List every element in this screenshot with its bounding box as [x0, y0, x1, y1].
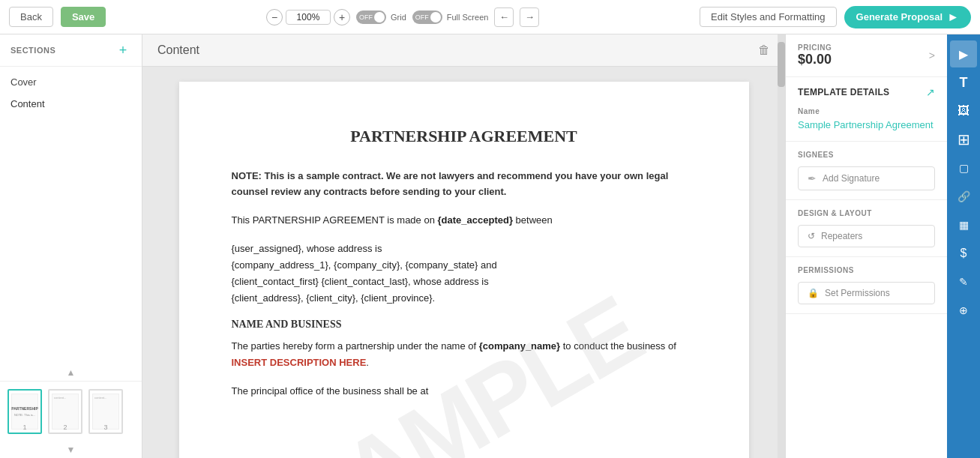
- content-section-title: Content: [157, 43, 199, 57]
- sections-title: SECTIONS: [10, 46, 55, 55]
- scrollbar-thumb: [778, 42, 785, 87]
- zoom-in-button[interactable]: +: [334, 9, 350, 25]
- paragraph1-suffix: between: [513, 214, 553, 226]
- zoom-value[interactable]: 100%: [286, 10, 331, 25]
- page-thumb-3[interactable]: content... 3: [88, 389, 123, 434]
- signees-section: SIGNEES ✒ Add Signature: [786, 142, 947, 200]
- add-section-button[interactable]: +: [115, 42, 131, 58]
- shape-icon[interactable]: ▢: [950, 154, 977, 181]
- fullscreen-toggle-label: OFF: [412, 13, 429, 21]
- thumb-num-3: 3: [103, 424, 107, 431]
- section-list: Cover Content: [0, 67, 142, 364]
- repeaters-label: Repeaters: [821, 231, 862, 241]
- doc-paragraph-2: {user_assigned}, whose address is {compa…: [232, 241, 697, 307]
- name-field-label: Name: [798, 107, 935, 115]
- grid-label: Grid: [391, 13, 406, 22]
- doc-paragraph-4: The principal office of the business sha…: [232, 383, 697, 400]
- grid-toggle[interactable]: OFF: [356, 10, 386, 24]
- grid-toggle-label: OFF: [356, 13, 373, 21]
- sidebar-item-content[interactable]: Content: [0, 93, 142, 115]
- page-thumbnails: PARTNERSHIP NOTE: This is... 1 content..…: [0, 381, 142, 442]
- add-signature-button[interactable]: ✒ Add Signature: [798, 166, 935, 190]
- pencil-icon[interactable]: ✎: [950, 268, 977, 295]
- permissions-section: PERMISSIONS 🔒 Set Permissions: [786, 257, 947, 314]
- generate-arrow-icon: ►: [947, 10, 959, 24]
- p3-prefix: The parties hereby form a partnership un…: [232, 340, 479, 352]
- left-sidebar: SECTIONS + Cover Content ▲ PARTNERSHIP N…: [0, 34, 142, 458]
- repeaters-button[interactable]: ↺ Repeaters: [798, 225, 935, 247]
- template-details-title: TEMPLATE DETAILS: [798, 87, 889, 97]
- fullscreen-toggle[interactable]: OFF: [412, 10, 442, 24]
- doc-heading-2: NAME AND BUSINESS: [232, 319, 697, 331]
- plus-box-icon[interactable]: ⊞: [950, 126, 977, 153]
- paragraph1-text: This PARTNERSHIP AGREEMENT is made on: [232, 214, 438, 226]
- page-thumb-1[interactable]: PARTNERSHIP NOTE: This is... 1: [7, 389, 42, 434]
- fullscreen-toggle-group: OFF Full Screen: [412, 10, 489, 24]
- scroll-up[interactable]: ▲: [0, 364, 142, 381]
- permissions-label: PERMISSIONS: [798, 266, 935, 274]
- p3-suffix: to conduct the business of: [560, 340, 676, 352]
- signees-label: SIGNEES: [798, 151, 935, 159]
- scroll-down[interactable]: ▼: [0, 442, 142, 458]
- arrow-icon[interactable]: ▶: [950, 40, 977, 67]
- design-layout-section: DESIGN & LAYOUT ↺ Repeaters: [786, 200, 947, 257]
- date-var: {date_accepted}: [438, 214, 513, 226]
- sidebar-item-cover[interactable]: Cover: [0, 71, 142, 93]
- fullscreen-label: Full Screen: [447, 13, 489, 22]
- link-icon[interactable]: 🔗: [950, 183, 977, 210]
- repeat-icon: ↺: [808, 231, 815, 241]
- grid-icon[interactable]: ▦: [950, 211, 977, 238]
- doc-paragraph-3: The parties hereby form a partnership un…: [232, 338, 697, 371]
- center-scrollbar[interactable]: [778, 34, 785, 458]
- dollar-icon[interactable]: $: [950, 240, 977, 267]
- external-link-icon[interactable]: ↗: [926, 86, 935, 98]
- right-icon-panel: ▶ T 🖼 ⊞ ▢ 🔗 ▦ $ ✎ ⊕: [947, 34, 980, 458]
- pricing-section[interactable]: PRICING $0.00 >: [786, 34, 947, 77]
- grid-toggle-knob: [374, 12, 385, 22]
- grid-toggle-group: OFF Grid: [356, 10, 406, 24]
- pricing-info: PRICING $0.00: [798, 43, 832, 67]
- zoom-control: − 100% +: [266, 9, 350, 25]
- template-details-section: TEMPLATE DETAILS ↗ Name Sample Partnersh…: [786, 77, 947, 142]
- doc-area: SAMPLE PARTNERSHIP AGREEMENT NOTE: This …: [142, 67, 785, 458]
- add-signature-label: Add Signature: [823, 173, 880, 184]
- center-area[interactable]: Content 🗑 SAMPLE PARTNERSHIP AGREEMENT N…: [142, 34, 785, 458]
- template-details-header: TEMPLATE DETAILS ↗: [798, 86, 935, 98]
- right-panel-main: PRICING $0.00 > TEMPLATE DETAILS ↗ Name …: [786, 34, 947, 458]
- design-layout-label: DESIGN & LAYOUT: [798, 209, 935, 217]
- sections-header: SECTIONS +: [0, 34, 142, 67]
- zoom-out-button[interactable]: −: [266, 9, 283, 25]
- text-icon[interactable]: T: [950, 69, 977, 96]
- generate-proposal-button[interactable]: Generate Proposal ►: [844, 6, 971, 28]
- doc-note: NOTE: This is a sample contract. We are …: [232, 169, 697, 200]
- lock-icon: 🔒: [808, 288, 819, 298]
- generate-label: Generate Proposal: [856, 11, 943, 22]
- pricing-chevron-icon: >: [929, 49, 935, 61]
- pricing-value: $0.00: [798, 52, 832, 67]
- fullscreen-toggle-knob: [430, 12, 441, 22]
- p3-period: .: [366, 357, 369, 368]
- save-button[interactable]: Save: [61, 7, 106, 27]
- resize-icon[interactable]: ⊕: [950, 297, 977, 324]
- edit-styles-button[interactable]: Edit Styles and Formatting: [700, 7, 836, 27]
- signature-icon: ✒: [808, 172, 817, 184]
- main-layout: SECTIONS + Cover Content ▲ PARTNERSHIP N…: [0, 34, 980, 458]
- toolbar: Back Save − 100% + OFF Grid OFF Full Scr…: [0, 0, 980, 34]
- page-thumb-2[interactable]: content... 2: [48, 389, 82, 434]
- image-icon[interactable]: 🖼: [950, 97, 977, 124]
- nav-prev-button[interactable]: ←: [494, 7, 514, 27]
- nav-next-button[interactable]: →: [520, 7, 539, 27]
- name-field-value: Sample Partnership Agreement: [798, 118, 935, 132]
- toolbar-center: − 100% + OFF Grid OFF Full Screen ← →: [113, 7, 692, 27]
- doc-page: SAMPLE PARTNERSHIP AGREEMENT NOTE: This …: [179, 82, 749, 458]
- set-permissions-label: Set Permissions: [825, 288, 890, 298]
- doc-paragraph-1: This PARTNERSHIP AGREEMENT is made on {d…: [232, 212, 697, 229]
- toolbar-right: Edit Styles and Formatting Generate Prop…: [700, 6, 971, 28]
- back-button[interactable]: Back: [9, 7, 53, 27]
- insert-description-link[interactable]: INSERT DESCRIPTION HERE: [232, 357, 367, 368]
- company-name-var: {company_name}: [479, 340, 560, 352]
- pricing-label: PRICING: [798, 43, 832, 52]
- delete-section-button[interactable]: 🗑: [758, 43, 770, 57]
- doc-heading: PARTNERSHIP AGREEMENT: [232, 127, 697, 146]
- set-permissions-button[interactable]: 🔒 Set Permissions: [798, 282, 935, 304]
